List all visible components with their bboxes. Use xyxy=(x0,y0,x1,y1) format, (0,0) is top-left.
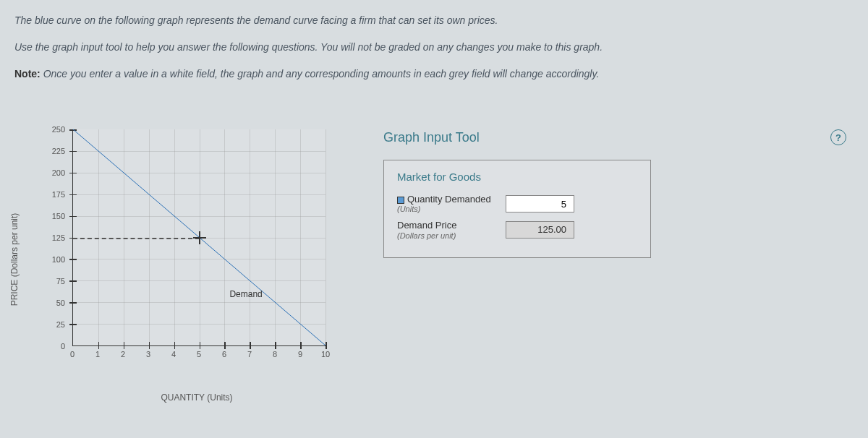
quantity-demanded-row: Quantity Demanded (Units) xyxy=(397,194,637,213)
x-tick: 0 xyxy=(70,350,75,358)
note-text: Once you enter a value in a white field,… xyxy=(41,68,600,80)
price-sublabel: (Dollars per unit) xyxy=(397,231,506,240)
instructions-block: The blue curve on the following graph re… xyxy=(0,0,868,100)
demand-price-output: 125.00 xyxy=(506,221,574,239)
x-tick: 2 xyxy=(121,350,125,358)
instruction-line-1: The blue curve on the following graph re… xyxy=(14,13,854,28)
x-tick: 8 xyxy=(273,350,277,358)
quantity-label: Quantity Demanded xyxy=(397,194,506,205)
y-tick: 150 xyxy=(36,212,65,220)
x-tick: 3 xyxy=(146,350,150,358)
instruction-line-2: Use the graph input tool to help you ans… xyxy=(14,40,854,55)
x-tick: 9 xyxy=(298,350,302,358)
instruction-note: Note: Once you enter a value in a white … xyxy=(14,66,854,82)
y-tick: 250 xyxy=(36,125,65,134)
x-axis-label: QUANTITY (Units) xyxy=(161,392,232,403)
x-tick: 6 xyxy=(222,350,226,358)
price-label: Demand Price xyxy=(397,220,506,231)
y-tick: 0 xyxy=(36,342,65,351)
x-tick: 4 xyxy=(171,350,176,358)
demand-point-marker[interactable] xyxy=(193,231,206,244)
note-label: Note: xyxy=(14,68,41,80)
legend-square-icon xyxy=(397,197,404,204)
y-axis-label: PRICE (Dollars per unit) xyxy=(9,213,20,306)
y-tick: 25 xyxy=(36,320,65,329)
quantity-sublabel: (Units) xyxy=(397,205,506,213)
tool-title: Graph Input Tool xyxy=(383,130,480,145)
demand-price-row: Demand Price (Dollars per unit) 125.00 xyxy=(397,220,637,239)
plot-area[interactable]: Demand xyxy=(72,129,326,346)
graph-input-tool-panel: Graph Input Tool ? Market for Goods Quan… xyxy=(383,129,846,390)
y-tick: 200 xyxy=(36,168,65,177)
quantity-demanded-input[interactable] xyxy=(506,195,574,212)
y-axis-ticks: 250 225 200 175 150 125 100 75 50 25 0 xyxy=(36,129,65,346)
y-tick: 225 xyxy=(36,147,65,155)
y-tick: 50 xyxy=(36,299,65,307)
x-tick: 5 xyxy=(197,350,201,358)
market-for-goods-box: Market for Goods Quantity Demanded (Unit… xyxy=(383,160,651,258)
help-icon[interactable]: ? xyxy=(830,129,846,145)
y-tick: 175 xyxy=(36,190,65,199)
y-tick: 125 xyxy=(36,233,65,242)
market-section-title: Market for Goods xyxy=(397,171,637,183)
y-tick: 75 xyxy=(36,277,65,285)
y-tick: 100 xyxy=(36,255,65,264)
x-tick: 10 xyxy=(321,350,330,358)
demand-chart[interactable]: PRICE (Dollars per unit) QUANTITY (Units… xyxy=(22,129,340,390)
demand-series-label: Demand xyxy=(229,289,262,299)
x-tick: 7 xyxy=(247,350,252,358)
x-tick: 1 xyxy=(95,350,100,358)
